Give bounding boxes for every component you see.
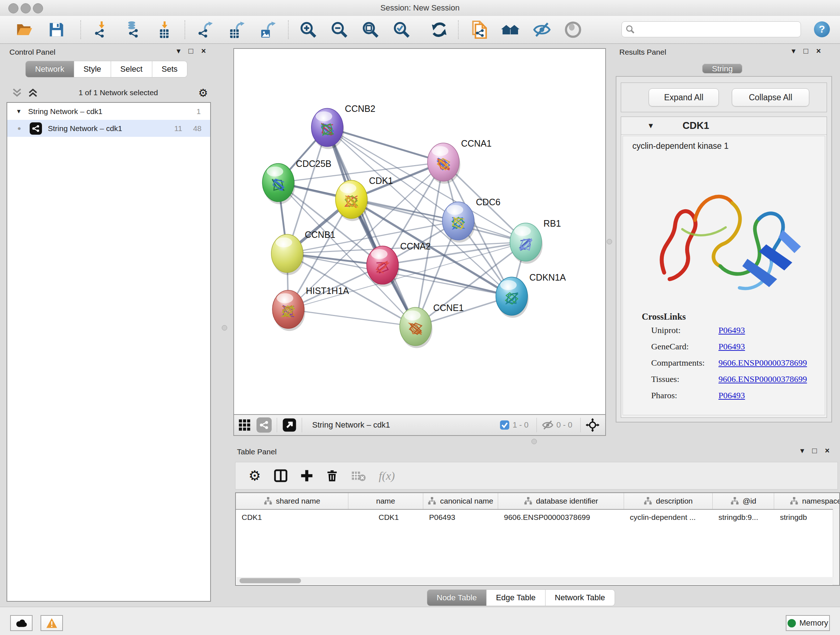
tab-select[interactable]: Select <box>111 61 152 78</box>
table-settings-icon[interactable]: ⚙ <box>248 468 261 484</box>
cloud-button[interactable] <box>10 615 33 631</box>
column-header-canonical-name[interactable]: canonical name <box>423 493 498 509</box>
show-columns-icon[interactable] <box>274 469 287 483</box>
column-header-shared-name[interactable]: shared name <box>236 493 348 509</box>
warnings-button[interactable] <box>41 615 63 631</box>
panel-float-icon[interactable]: □ <box>188 46 193 56</box>
left-splitter-handle[interactable] <box>222 325 227 331</box>
bottom-splitter-handle[interactable] <box>531 439 537 444</box>
import-network-from-database-button[interactable] <box>121 19 144 40</box>
zoom-selected-button[interactable] <box>390 19 413 40</box>
tab-style[interactable]: Style <box>74 61 111 78</box>
table-cell[interactable]: cyclin-dependent ... <box>624 510 713 525</box>
node-RB1[interactable]: RB1 <box>510 218 561 264</box>
apply-layout-button[interactable] <box>428 19 451 40</box>
edge-CCNB2-CCNE1[interactable] <box>327 127 416 326</box>
crosslink-link[interactable]: P06493 <box>718 342 745 352</box>
table-cell[interactable]: CDK1 <box>236 510 348 525</box>
first-neighbors-button[interactable] <box>499 19 522 40</box>
zoom-out-button[interactable] <box>328 19 351 40</box>
column-header-database-identifier[interactable]: database identifier <box>498 493 624 509</box>
hidden-eye-icon[interactable] <box>542 420 554 430</box>
import-table-from-file-button[interactable] <box>153 19 176 40</box>
expand-all-button[interactable]: Expand All <box>649 88 719 106</box>
tree-expander-icon[interactable]: ▼ <box>16 108 22 115</box>
clone-network-button[interactable] <box>467 19 491 40</box>
results-tab-string[interactable]: String <box>702 61 742 77</box>
export-image-button[interactable] <box>256 19 279 40</box>
edge-HIST1H1A-CCNE1[interactable] <box>288 309 416 326</box>
tab-network-table[interactable]: Network Table <box>546 589 615 606</box>
node-CDKN1A[interactable]: CDKN1A <box>496 272 566 318</box>
column-header-description[interactable]: description <box>624 493 713 509</box>
panel-menu-icon[interactable]: ▾ <box>791 46 796 56</box>
table-cell[interactable]: 9606.ENSP00000378699 <box>498 510 624 525</box>
card-expander-icon[interactable]: ▼ <box>647 122 654 130</box>
node-HIST1H1A[interactable]: HIST1H1A <box>272 286 349 331</box>
network-canvas[interactable]: CCNB2CCNA1CDC25BCDK1CDC6RB1CCNB1CCNA2CDK… <box>233 48 606 415</box>
column-header-name[interactable]: name <box>348 493 423 509</box>
share-view-icon[interactable] <box>256 417 272 432</box>
node-table[interactable]: shared namenamecanonical namedatabase id… <box>235 492 840 586</box>
panel-float-icon[interactable]: □ <box>804 46 808 56</box>
table-cell[interactable]: stringdb <box>774 510 840 525</box>
tab-edge-table[interactable]: Edge Table <box>486 589 546 606</box>
import-network-from-file-button[interactable] <box>90 19 113 40</box>
table-cell[interactable]: CDK1 <box>348 510 423 525</box>
panel-menu-icon[interactable]: ▾ <box>177 46 180 56</box>
node-CCNB1[interactable]: CCNB1 <box>271 230 335 275</box>
crosslink-link[interactable]: P06493 <box>718 391 745 401</box>
tab-node-table[interactable]: Node Table <box>427 589 486 606</box>
table-cell[interactable]: P06493 <box>423 510 498 525</box>
crosslink-link[interactable]: P06493 <box>718 325 745 335</box>
crosslink-link[interactable]: 9606.ENSP00000378699 <box>718 374 807 384</box>
table-cell[interactable]: stringdb:9... <box>713 510 774 525</box>
network-panel-gear-icon[interactable]: ⚙ <box>198 87 208 99</box>
add-column-icon[interactable] <box>301 470 313 482</box>
open-in-new-icon[interactable] <box>282 418 297 432</box>
protein-card-header[interactable]: ▼ CDK1 <box>621 117 827 135</box>
collapse-all-icon[interactable] <box>11 87 22 98</box>
panel-close-icon[interactable]: × <box>816 46 821 56</box>
export-network-button[interactable] <box>194 19 217 40</box>
network-graph[interactable]: CCNB2CCNA1CDC25BCDK1CDC6RB1CCNB1CCNA2CDK… <box>234 49 605 414</box>
node-CCNE1[interactable]: CCNE1 <box>400 302 464 348</box>
open-session-button[interactable] <box>13 19 36 40</box>
zoom-fit-button[interactable] <box>359 19 382 40</box>
close-traffic-light[interactable] <box>8 3 19 13</box>
minimize-traffic-light[interactable] <box>21 3 31 13</box>
network-row-selected[interactable]: ● String Network – cdk1 11 48 <box>7 120 210 137</box>
birdseye-icon[interactable] <box>586 418 600 432</box>
node-CDK1[interactable]: CDK1 <box>335 176 393 221</box>
column-header-@id[interactable]: @id <box>713 493 774 509</box>
expand-all-icon[interactable] <box>27 87 38 98</box>
tab-sets[interactable]: Sets <box>152 61 187 78</box>
scrollbar-thumb[interactable] <box>240 578 301 583</box>
panel-close-icon[interactable]: × <box>201 46 206 56</box>
show-sphere-button[interactable] <box>561 19 584 40</box>
grid-view-icon[interactable] <box>238 419 251 431</box>
delete-column-icon[interactable] <box>326 470 338 482</box>
help-button[interactable]: ? <box>814 21 830 37</box>
memory-button[interactable]: Memory <box>786 615 830 631</box>
selected-checkbox-icon[interactable] <box>500 420 510 430</box>
table-vertical-scrollbar[interactable] <box>833 509 839 585</box>
edge-CCNB2-CCNA1[interactable] <box>327 127 444 162</box>
panel-menu-icon[interactable]: ▾ <box>800 446 804 455</box>
hide-selected-button[interactable] <box>531 19 554 40</box>
collapse-all-button[interactable]: Collapse All <box>732 88 809 106</box>
export-table-button[interactable] <box>225 19 248 40</box>
zoom-in-button[interactable] <box>297 19 320 40</box>
panel-close-icon[interactable]: × <box>825 446 829 455</box>
tab-network[interactable]: Network <box>25 61 74 78</box>
table-horizontal-scrollbar[interactable] <box>237 577 834 584</box>
node-CDC6[interactable]: CDC6 <box>442 197 500 242</box>
zoom-traffic-light[interactable] <box>33 3 43 13</box>
search-input[interactable] <box>622 21 801 37</box>
crosslink-link[interactable]: 9606.ENSP00000378699 <box>718 358 807 368</box>
table-row[interactable]: CDK1CDK1P064939606.ENSP00000378699cyclin… <box>236 510 839 525</box>
panel-float-icon[interactable]: □ <box>812 446 817 455</box>
column-header-namespace[interactable]: namespace <box>774 493 840 509</box>
save-session-button[interactable] <box>45 19 68 40</box>
network-collection-row[interactable]: ▼ String Network – cdk1 1 <box>7 103 210 120</box>
